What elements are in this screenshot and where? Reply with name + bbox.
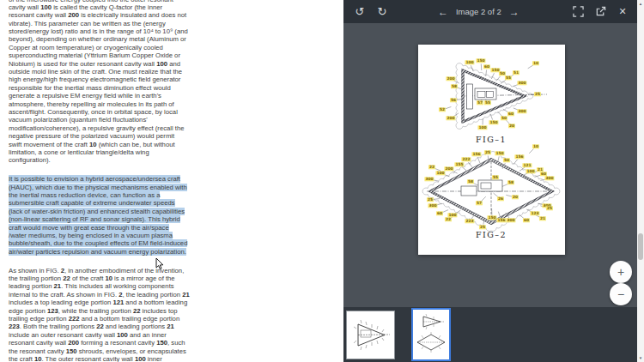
figure-ref-label: 100	[435, 171, 445, 175]
text-line: Copper at room temperature) or cryogenic…	[9, 44, 337, 51]
text-line: internal to the craft. As shown in FIG. …	[9, 291, 337, 299]
document-text[interactable]: of the microwave energy coupled into the…	[9, 0, 337, 362]
figure-ref-label: 50	[501, 116, 507, 120]
highlighted-paragraph[interactable]: It is possible to envision a hybrid aero…	[9, 175, 337, 256]
text-line: As shown in FIG. 2, in another embodimen…	[9, 267, 337, 275]
figure-ref-label: 100	[526, 169, 535, 173]
figure-ref-label: 300	[544, 176, 554, 180]
figure-ref-label: 121	[522, 163, 532, 167]
paragraph[interactable]: of the microwave energy coupled into the…	[9, 0, 337, 165]
zoom-out-button[interactable]: −	[610, 283, 632, 305]
text-line: responsible for the inertial mass diminu…	[9, 84, 337, 92]
thumbnail-2-drawing	[413, 310, 449, 359]
figure-ref-label: 55	[505, 75, 512, 80]
figure-ref-label: 55	[492, 175, 499, 179]
rotate-counterclockwise-icon: ↺	[355, 5, 365, 18]
text-line: vibrate). This parameter can be written …	[9, 20, 337, 27]
fig1-group	[445, 63, 547, 130]
thumbnail-1-drawing	[347, 311, 394, 359]
text-line: submersible craft capable of extreme und…	[9, 199, 337, 207]
figure-ref-label: 22	[428, 165, 435, 169]
figure-ref-label: 20	[508, 124, 515, 128]
figure-ref-label: 200	[444, 166, 453, 171]
patent-figure-image[interactable]: 1001506015050555110300252005856522001001…	[418, 45, 565, 255]
fullscreen-button[interactable]	[567, 0, 589, 23]
figure-ref-label: 60	[507, 112, 514, 116]
figure-ref-label: 57	[477, 100, 483, 105]
figure-ref-label: 25	[534, 92, 541, 96]
figure-ref-label: 25	[484, 150, 491, 154]
figure-ref-label: 300	[506, 218, 515, 222]
text-line: edge portion 123, while the trailing por…	[9, 307, 337, 315]
open-in-new-button[interactable]	[589, 0, 611, 23]
image-stage: 1001506015050555110300252005856522001001…	[343, 23, 637, 307]
text-line: It is possible to envision a hybrid aero…	[9, 175, 337, 183]
figure-ref-label: 52	[439, 107, 446, 112]
figure-ref-label: 223	[465, 219, 474, 223]
next-image-button[interactable]: →	[509, 6, 519, 18]
text-line: the craft 10. The outer resonant cavity …	[9, 355, 337, 362]
thumbnail-page-1[interactable]	[346, 311, 395, 359]
figure-ref-label: 58	[467, 179, 474, 184]
text-line: resonant cavity wall 200 forming a reson…	[9, 339, 337, 347]
zoom-in-button[interactable]: +	[610, 261, 632, 283]
figure-ref-label: 10	[532, 61, 539, 65]
text-line: superconducting material (Yttrium Barium…	[9, 51, 337, 59]
previous-image-button[interactable]: ←	[438, 6, 448, 18]
text-line: negative pressure of the polarized vacuu…	[9, 132, 337, 140]
text-line: generate a repulsive EM energy field whi…	[9, 92, 337, 100]
image-viewer-panel: ↺ ↻ ← Image 2 of 2 →	[343, 0, 637, 362]
fullscreen-icon	[573, 6, 584, 17]
figure-ref-label: 21	[539, 216, 546, 220]
text-line: 223. Both the trailing portions 22 and l…	[9, 323, 337, 330]
patent-drawing	[418, 45, 565, 255]
text-line: the inertial mass reduction device, can …	[9, 191, 337, 199]
figure-ref-label: 156	[471, 152, 481, 156]
figure-ref-label: 56	[450, 98, 457, 102]
figure-ref-label: 10	[532, 144, 539, 148]
text-line: Niobium) is used for the outer resonant …	[9, 60, 337, 68]
text-line: include an outer resonant cavity wall 10…	[9, 331, 337, 339]
paragraph[interactable]: As shown in FIG. 2, in another embodimen…	[9, 267, 337, 362]
text-line: leading portion 21. This includes all wo…	[9, 282, 337, 290]
rotate-clockwise-button[interactable]: ↻	[371, 0, 393, 23]
text-line: configuration).	[9, 156, 337, 164]
image-counter: Image 2 of 2	[456, 7, 501, 16]
text-line: vacuum polarization (quantum field fluct…	[9, 116, 337, 124]
figure-ref-label: 55	[484, 100, 491, 105]
figure-ref-label: 123	[530, 211, 539, 215]
page-scrollbar[interactable]: ▲ ▼	[637, 0, 644, 362]
text-line: the resonant cavity 150 shrouds, envelop…	[9, 347, 337, 355]
text-line: beyond), depending on whether ordinary m…	[9, 35, 337, 43]
scroll-up-button[interactable]: ▲	[637, 0, 644, 8]
figure-ref-label: 156	[514, 154, 524, 159]
text-line: trailing edge portion 222 and a bottom t…	[9, 315, 337, 323]
text-line: (non-linear scattering of RF and sonar s…	[9, 215, 337, 223]
rotate-counterclockwise-button[interactable]: ↺	[349, 0, 371, 23]
text-line: resonant cavity wall 200 is electrically…	[9, 11, 337, 19]
thumbnail-page-2-selected[interactable]	[411, 308, 451, 361]
text-line: cavity wall 100 is called the cavity Q-f…	[9, 3, 337, 11]
text-line: modification/coherence), a repulsive gra…	[9, 124, 337, 132]
text-line: includes a top leading edge portion 121 …	[9, 299, 337, 306]
text-line: air/water particles repulsion and vacuum…	[9, 248, 337, 256]
mouse-cursor	[155, 258, 166, 270]
document-pane: of the microwave energy coupled into the…	[0, 0, 343, 362]
figure-ref-label: 222	[461, 157, 471, 161]
figure-ref-label: 150	[489, 120, 498, 124]
scroll-down-button[interactable]: ▼	[637, 354, 644, 362]
figure-ref-label: 200	[446, 76, 455, 81]
text-line: atmosphere, thereby repelling air molecu…	[9, 100, 337, 108]
figure-ref-label: 60	[436, 211, 443, 215]
figure-ref-label: 57	[476, 201, 483, 205]
scrollbar-thumb[interactable]	[638, 233, 643, 260]
figure-ref-label: 300	[517, 81, 526, 85]
fig1-caption: FIG–1	[476, 135, 507, 144]
figure-ref-label: 150	[495, 151, 504, 155]
text-line: high energy/high frequency electromagnet…	[9, 75, 337, 83]
figure-ref-label: 22	[445, 217, 452, 221]
close-button[interactable]: ✕	[611, 0, 634, 23]
viewer-toolbar: ↺ ↻ ← Image 2 of 2 →	[343, 0, 637, 23]
thumbnail-strip	[343, 307, 637, 362]
text-line: (HAUC), which due to the physical mechan…	[9, 184, 337, 191]
